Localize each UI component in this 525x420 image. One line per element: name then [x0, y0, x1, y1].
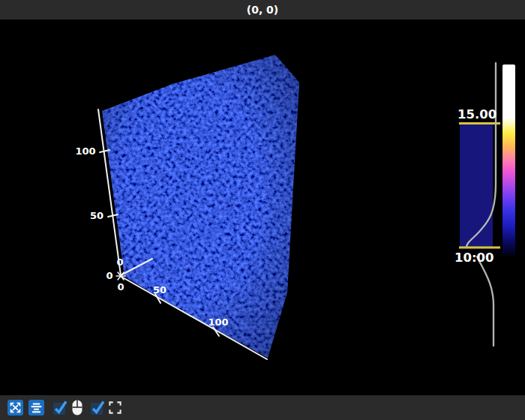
- controller-checkbox-2[interactable]: [90, 399, 106, 416]
- controller-checkbox-1[interactable]: [52, 399, 68, 416]
- origin-label-x: 0: [117, 281, 124, 292]
- plot-canvas[interactable]: 100 50 50 100 0 0 0 15.00 10:00: [0, 0, 525, 420]
- y-axis-label-100: 100: [75, 146, 95, 157]
- lut-region-selector[interactable]: [460, 124, 493, 247]
- align-center-icon: [30, 401, 43, 414]
- y-axis-label-50: 50: [90, 210, 104, 221]
- center-scene-button[interactable]: [28, 400, 44, 416]
- x-axis-label-100: 100: [208, 316, 228, 328]
- toolbar: [0, 395, 525, 420]
- fullscreen-icon: [108, 400, 122, 415]
- arrows-expand-icon: [9, 401, 22, 414]
- lut-vmin-label: 10:00: [454, 250, 494, 265]
- fullscreen-button[interactable]: [107, 399, 123, 416]
- origin-label-y: 0: [106, 270, 112, 281]
- panzoom-button[interactable]: [8, 400, 23, 416]
- checkbox-checked-icon: [90, 400, 106, 416]
- checkbox-checked-icon: [52, 400, 68, 416]
- mouse-icon[interactable]: [69, 399, 85, 416]
- mouse-icon-glyph: [70, 399, 84, 416]
- colorbar: [502, 64, 515, 256]
- origin-label-z: 0: [116, 256, 123, 268]
- x-axis-label-50: 50: [153, 284, 166, 296]
- lut-vmax-label: 15.00: [458, 107, 496, 122]
- subplot-title: (0, 0): [0, 0, 525, 20]
